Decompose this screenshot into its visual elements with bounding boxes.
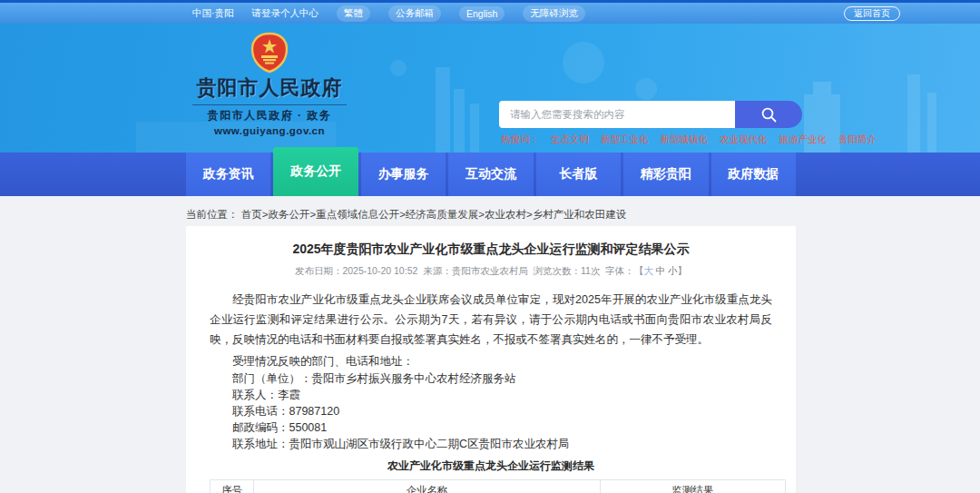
announcement-paragraph: 经贵阳市农业产业化市级重点龙头企业联席会议成员单位审定，现对2025年开展的农业… (210, 290, 772, 350)
col-header-index: 序号 (211, 480, 254, 493)
hot-word-industrialization[interactable]: 新型工业化 (601, 133, 649, 146)
nav-tab-banshi-fuwu[interactable]: 办事服务 (361, 153, 446, 196)
contact-phone: 联系电话：87987120 (210, 403, 772, 419)
skyline-tower-decor (454, 89, 465, 153)
contact-intro-paragraph: 受理情况反映的部门、电话和地址： (210, 353, 772, 370)
topbar-link-traditional-chinese[interactable]: 繁體 (337, 5, 370, 22)
breadcrumb-label: 当前位置： (186, 209, 239, 220)
topbar-link-accessibility[interactable]: 无障碍浏览 (523, 5, 585, 22)
publish-date: 发布日期：2025-10-20 10:52 (295, 265, 417, 276)
pagoda-decor (813, 82, 831, 94)
hot-word-guiyang-intro[interactable]: 贵阳简介 (838, 133, 877, 146)
hot-search-label: 热搜词： (501, 133, 539, 146)
contact-address: 联系地址：贵阳市观山湖区市级行政中心二期C区贵阳市农业农村局 (210, 436, 772, 452)
national-emblem-icon (189, 31, 350, 74)
site-subtitle: 贵阳市人民政府 · 政务 (189, 108, 350, 123)
article-body: 经贵阳市农业产业化市级重点龙头企业联席会议成员单位审定，现对2025年开展的农业… (186, 290, 796, 493)
font-size-label: 字体：【 (605, 265, 643, 276)
site-url: www.guiyang.gov.cn (189, 125, 350, 136)
search-button[interactable] (735, 101, 802, 128)
topbar-link-login-personal-center[interactable]: 请登录个人中心 (252, 7, 319, 20)
site-logo[interactable]: 贵阳市人民政府 贵阳市人民政府 · 政务 www.guiyang.gov.cn (189, 31, 350, 136)
col-header-company: 企业名称 (254, 480, 601, 493)
breadcrumb-path[interactable]: 首页>政务公开>重点领域信息公开>经济高质量发展>农业农村>乡村产业和农田建设 (241, 209, 627, 220)
contact-person: 联系人：李霞 (210, 387, 772, 403)
nav-tabs: 政务资讯 政务公开 办事服务 互动交流 长者版 精彩贵阳 政府数据 (186, 153, 796, 196)
article-source: 来源：贵阳市农业农村局 (423, 265, 528, 276)
site-title: 贵阳市人民政府 (189, 74, 350, 102)
view-count: 浏览次数：11次 (534, 265, 601, 276)
article-card: 2025年度贵阳市农业产业化市级重点龙头企业运行监测和评定结果公示 发布日期：2… (186, 226, 796, 493)
skyline-tower-decor (927, 93, 936, 153)
hot-word-ecology[interactable]: 生态文明 (551, 133, 589, 146)
browser-viewport: 中国·贵阳 请登录个人中心 繁體 公务邮箱 English 无障碍浏览 返回首页 (0, 0, 980, 493)
search-input[interactable] (499, 101, 737, 128)
monitor-result-table: 序号 企业名称 监测结果 1 贵州合力超市采购有限公司 合格 2 贵州友禾种业有… (210, 479, 786, 493)
hot-word-tourism[interactable]: 旅游产业化 (779, 133, 828, 146)
table-header-row: 序号 企业名称 监测结果 (211, 480, 786, 493)
table-caption: 农业产业化市级重点龙头企业运行监测结果 (210, 458, 772, 474)
breadcrumb: 当前位置： 首页>政务公开>重点领域信息公开>经济高质量发展>农业农村>乡村产业… (186, 208, 626, 222)
nav-tab-senior-version[interactable]: 长者版 (536, 153, 621, 196)
font-size-bracket-close: 】 (678, 265, 688, 276)
bokeh-decor (635, 78, 657, 100)
nav-tab-zhengwu-gongkai[interactable]: 政务公开 (273, 147, 358, 196)
skyline-tower-decor (436, 67, 450, 153)
nav-tab-hudong-jiaoliu[interactable]: 互动交流 (448, 153, 533, 196)
hot-word-agri-modernization[interactable]: 农业现代化 (720, 133, 768, 146)
article-title: 2025年度贵阳市农业产业化市级重点龙头企业运行监测和评定结果公示 (186, 242, 796, 258)
topbar-link-english[interactable]: English (459, 6, 505, 21)
nav-tab-government-data[interactable]: 政府数据 (711, 153, 796, 196)
nav-tab-jingcai-guiyang[interactable]: 精彩贵阳 (623, 153, 708, 196)
font-size-large-button[interactable]: 大 (643, 265, 653, 276)
hot-search-row: 热搜词： 生态文明 新型工业化 新型城镇化 农业现代化 旅游产业化 贵阳简介 (501, 133, 877, 146)
topbar-links: 中国·贵阳 请登录个人中心 繁體 公务邮箱 English 无障碍浏览 (192, 5, 585, 22)
search-icon (760, 106, 778, 123)
page-body: 当前位置： 首页>政务公开>重点领域信息公开>经济高质量发展>农业农村>乡村产业… (0, 196, 980, 493)
skyline-tower-decor (907, 74, 920, 153)
back-to-home-button[interactable]: 返回首页 (844, 6, 900, 21)
contact-postcode: 邮政编码：550081 (210, 419, 772, 436)
skyline-tower-decor (470, 104, 479, 153)
site-banner: 贵阳市人民政府 贵阳市人民政府 · 政务 www.guiyang.gov.cn … (0, 24, 980, 153)
article-meta: 发布日期：2025-10-20 10:52 来源：贵阳市农业农村局 浏览次数：1… (186, 265, 796, 278)
nav-tab-zhengwu-zixun[interactable]: 政务资讯 (186, 153, 270, 196)
topbar-link-china-guiyang[interactable]: 中国·贵阳 (192, 7, 234, 20)
contact-department: 部门（单位）：贵阳市乡村振兴服务中心农村经济服务站 (210, 370, 772, 387)
logo-divider (192, 104, 347, 105)
bokeh-decor (390, 60, 407, 76)
bokeh-decor (563, 42, 604, 84)
main-navbar: 政务资讯 政务公开 办事服务 互动交流 长者版 精彩贵阳 政府数据 (0, 153, 980, 196)
col-header-result: 监测结果 (601, 480, 786, 493)
font-size-medium-button[interactable]: 中 (656, 265, 666, 276)
hot-word-urbanization[interactable]: 新型城镇化 (661, 133, 709, 146)
font-size-small-button[interactable]: 小 (668, 265, 678, 276)
utility-topbar: 中国·贵阳 请登录个人中心 繁體 公务邮箱 English 无障碍浏览 返回首页 (0, 3, 980, 24)
topbar-link-official-mail[interactable]: 公务邮箱 (388, 5, 441, 22)
